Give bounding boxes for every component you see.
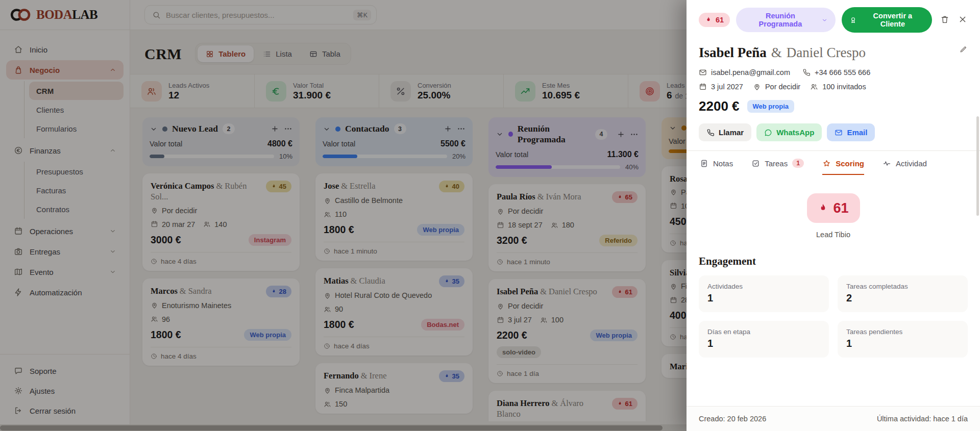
status-dropdown[interactable]: Reunión Programada — [736, 8, 836, 32]
convert-to-client-button[interactable]: Convertir a Cliente — [842, 7, 932, 33]
engagement-heading: Engagement — [699, 255, 968, 268]
award-icon — [849, 16, 857, 24]
event-guests: 100 invitados — [810, 83, 866, 91]
lead-score-badge: 61 — [699, 13, 730, 27]
tab-actividad[interactable]: Actividad — [883, 151, 927, 175]
panel-scrollbar-thumb[interactable] — [976, 116, 979, 216]
tab-scoring[interactable]: Scoring — [822, 151, 864, 175]
last-activity: Última actividad: hace 1 día — [877, 415, 968, 423]
close-panel-button[interactable] — [958, 14, 968, 26]
modal-overlay[interactable] — [0, 0, 687, 431]
lead-names: Isabel Peña&Daniel Crespo — [699, 45, 968, 61]
lead-detail-panel: 61 Reunión Programada Convertir a Client… — [687, 0, 980, 431]
lead-email[interactable]: isabel.pena@gmail.com — [699, 68, 790, 77]
lead-level-label: Lead Tibio — [699, 231, 968, 239]
check-square-icon — [751, 159, 760, 168]
lead-phone[interactable]: +34 666 555 666 — [802, 68, 870, 77]
event-date: 3 jul 2027 — [699, 83, 743, 91]
tab-tareas[interactable]: Tareas1 — [751, 151, 804, 175]
edit-lead-button[interactable] — [959, 45, 968, 55]
contact-row: isabel.pena@gmail.com +34 666 555 666 — [699, 68, 968, 77]
note-icon — [700, 159, 708, 168]
app-window: BODALAB Inicio Negocio CRM Clientes Form… — [0, 0, 980, 431]
delete-lead-button[interactable] — [940, 15, 949, 26]
scoring-badge: 61 — [807, 193, 860, 223]
star-icon — [822, 159, 831, 168]
close-icon — [958, 14, 968, 24]
source-tag: Web propia — [747, 100, 795, 113]
metric-tareas-completadas: Tareas completadas2 — [838, 275, 968, 312]
metric-actividades: Actividades1 — [699, 275, 829, 312]
panel-tabs: Notas Tareas1 Scoring Actividad — [687, 150, 980, 175]
mail-icon — [699, 68, 707, 77]
phone-icon — [802, 68, 811, 77]
event-location: Por decidir — [753, 83, 800, 91]
quick-actions: Llamar WhatsApp Email — [699, 123, 968, 141]
call-button[interactable]: Llamar — [699, 123, 751, 141]
pin-icon — [753, 83, 761, 91]
phone-icon — [706, 129, 715, 137]
users-icon — [810, 83, 818, 91]
panel-header: 61 Reunión Programada Convertir a Client… — [699, 7, 968, 33]
calendar-icon — [699, 83, 707, 91]
chevron-down-icon — [821, 17, 828, 23]
engagement-metrics: Actividades1 Tareas completadas2 Días en… — [699, 275, 968, 358]
tareas-count-badge: 1 — [792, 159, 804, 168]
pencil-icon — [959, 45, 968, 54]
price-row: 2200 € Web propia — [699, 98, 968, 114]
email-button[interactable]: Email — [827, 123, 875, 141]
metric-tareas-pendientes: Tareas pendientes1 — [838, 321, 968, 358]
flame-icon — [818, 203, 828, 214]
metric-dias-en-etapa: Días en etapa1 — [699, 321, 829, 358]
lead-price: 2200 € — [699, 98, 740, 114]
activity-icon — [883, 159, 891, 168]
flame-icon — [705, 16, 712, 23]
panel-footer: Creado: 20 feb 2026 Última actividad: ha… — [687, 406, 980, 431]
whatsapp-icon — [764, 129, 772, 137]
whatsapp-button[interactable]: WhatsApp — [756, 123, 822, 141]
event-info-row: 3 jul 2027 Por decidir 100 invitados — [699, 83, 968, 91]
mail-icon — [835, 129, 843, 137]
trash-icon — [940, 15, 949, 24]
tab-notas[interactable]: Notas — [700, 151, 733, 175]
created-date: Creado: 20 feb 2026 — [699, 415, 766, 423]
scoring-tab-content: 61 Lead Tibio Engagement Actividades1 Ta… — [699, 193, 968, 358]
